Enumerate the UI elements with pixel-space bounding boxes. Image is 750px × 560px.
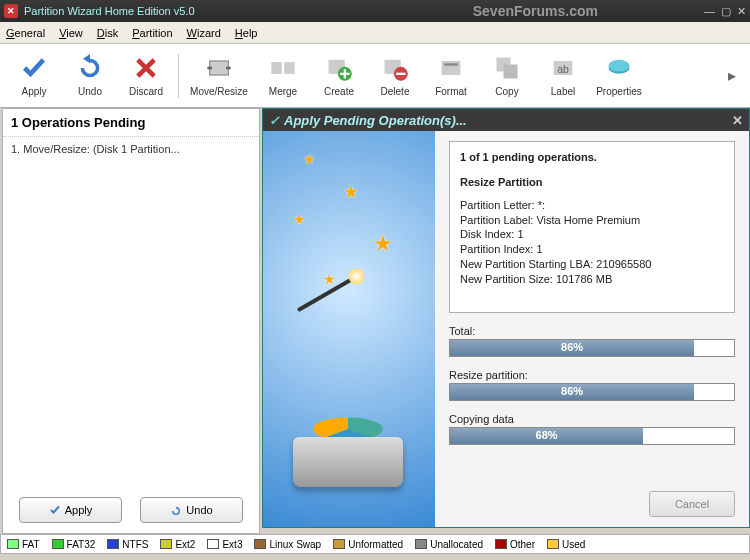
menu-view[interactable]: View <box>59 27 83 39</box>
minimize-icon[interactable]: — <box>704 5 715 17</box>
dialog-titlebar: ✓ Apply Pending Operation(s)... ✕ <box>263 109 749 131</box>
cancel-button[interactable]: Cancel <box>649 491 735 517</box>
progress-label: Total: <box>449 325 735 337</box>
filesystem-legend: FATFAT32NTFSExt2Ext3Linux SwapUnformatte… <box>0 534 750 554</box>
svg-point-14 <box>609 60 630 72</box>
move-resize-icon <box>205 54 233 82</box>
label-button[interactable]: ab Label <box>535 48 591 104</box>
op-name: Resize Partition <box>460 175 724 190</box>
delete-icon <box>381 54 409 82</box>
svg-rect-1 <box>271 62 282 74</box>
legend-label: FAT32 <box>67 539 96 550</box>
apply-button[interactable]: Apply <box>6 48 62 104</box>
legend-item: NTFS <box>107 539 148 550</box>
legend-label: Unallocated <box>430 539 483 550</box>
create-button[interactable]: Create <box>311 48 367 104</box>
svg-text:ab: ab <box>557 63 569 75</box>
menu-disk[interactable]: Disk <box>97 27 118 39</box>
operations-pane: 1 Operations Pending 1. Move/Resize: (Di… <box>2 108 260 534</box>
dialog-image: ★ ★ ★ ★ ★ <box>263 131 435 527</box>
progress-label: Copying data <box>449 413 735 425</box>
checkmark-icon: ✓ <box>269 113 280 128</box>
copy-icon <box>493 54 521 82</box>
legend-swatch <box>160 539 172 549</box>
menu-partition[interactable]: Partition <box>132 27 172 39</box>
properties-button[interactable]: Properties <box>591 48 647 104</box>
merge-button[interactable]: Merge <box>255 48 311 104</box>
legend-item: Other <box>495 539 535 550</box>
legend-swatch <box>52 539 64 549</box>
move-resize-button[interactable]: Move/Resize <box>183 48 255 104</box>
legend-label: Linux Swap <box>269 539 321 550</box>
legend-swatch <box>207 539 219 549</box>
legend-label: Ext2 <box>175 539 195 550</box>
legend-swatch <box>254 539 266 549</box>
window-titlebar: ✕ Partition Wizard Home Edition v5.0 Sev… <box>0 0 750 22</box>
dialog-close-icon[interactable]: ✕ <box>732 113 743 128</box>
apply-ops-button[interactable]: Apply <box>19 497 122 523</box>
toolbar-overflow-icon[interactable]: ▸ <box>720 66 744 85</box>
op-line: Partition Label: Vista Home Premium <box>460 213 724 228</box>
svg-rect-0 <box>210 61 229 75</box>
legend-swatch <box>7 539 19 549</box>
undo-icon <box>76 54 104 82</box>
legend-swatch <box>495 539 507 549</box>
legend-label: Unformatted <box>348 539 403 550</box>
dialog-title: Apply Pending Operation(s)... <box>284 113 467 128</box>
legend-item: Unformatted <box>333 539 403 550</box>
legend-item: Ext2 <box>160 539 195 550</box>
op-line: Partition Index: 1 <box>460 242 724 257</box>
legend-item: FAT <box>7 539 40 550</box>
op-line: Disk Index: 1 <box>460 227 724 242</box>
undo-button[interactable]: Undo <box>62 48 118 104</box>
operations-heading: 1 Operations Pending <box>3 109 259 137</box>
legend-label: Used <box>562 539 585 550</box>
legend-label: Ext3 <box>222 539 242 550</box>
progress-resize: 86% <box>449 383 735 401</box>
checkmark-icon <box>20 54 48 82</box>
discard-icon <box>132 54 160 82</box>
app-icon: ✕ <box>4 4 18 18</box>
svg-rect-7 <box>442 61 461 75</box>
op-line: New Partition Starting LBA: 210965580 <box>460 257 724 272</box>
legend-swatch <box>415 539 427 549</box>
copy-button[interactable]: Copy <box>479 48 535 104</box>
operations-tree: 1. Move/Resize: (Disk 1 Partition... <box>3 137 259 487</box>
window-title: Partition Wizard Home Edition v5.0 <box>24 5 195 17</box>
legend-item: Linux Swap <box>254 539 321 550</box>
legend-label: Other <box>510 539 535 550</box>
toolbar: Apply Undo Discard Move/Resize Merge Cre… <box>0 44 750 108</box>
svg-rect-10 <box>504 65 518 79</box>
undo-ops-button[interactable]: Undo <box>140 497 243 523</box>
legend-swatch <box>547 539 559 549</box>
toolbar-separator <box>178 54 179 98</box>
op-summary: 1 of 1 pending operations. <box>460 150 724 165</box>
menu-general[interactable]: GGeneraleneral <box>6 27 45 39</box>
maximize-icon[interactable]: ▢ <box>721 5 731 18</box>
apply-dialog: ✓ Apply Pending Operation(s)... ✕ ★ ★ ★ … <box>262 108 750 528</box>
discard-button[interactable]: Discard <box>118 48 174 104</box>
menu-help[interactable]: Help <box>235 27 258 39</box>
svg-rect-8 <box>444 63 458 65</box>
menu-wizard[interactable]: Wizard <box>187 27 221 39</box>
watermark-text: SevenForums.com <box>473 3 598 19</box>
legend-label: NTFS <box>122 539 148 550</box>
menu-bar: GGeneraleneral View Disk Partition Wizar… <box>0 22 750 44</box>
format-button[interactable]: Format <box>423 48 479 104</box>
svg-rect-2 <box>284 62 295 74</box>
legend-item: FAT32 <box>52 539 96 550</box>
delete-button[interactable]: Delete <box>367 48 423 104</box>
undo-icon <box>170 504 182 516</box>
legend-label: FAT <box>22 539 40 550</box>
operation-info: 1 of 1 pending operations. Resize Partit… <box>449 141 735 313</box>
operation-item[interactable]: 1. Move/Resize: (Disk 1 Partition... <box>7 141 255 157</box>
op-line: Partition Letter: *: <box>460 198 724 213</box>
properties-icon <box>605 54 633 82</box>
close-icon[interactable]: ✕ <box>737 5 746 18</box>
format-icon <box>437 54 465 82</box>
label-icon: ab <box>549 54 577 82</box>
progress-label: Resize partition: <box>449 369 735 381</box>
legend-item: Ext3 <box>207 539 242 550</box>
op-line: New Partition Size: 101786 MB <box>460 272 724 287</box>
legend-swatch <box>333 539 345 549</box>
